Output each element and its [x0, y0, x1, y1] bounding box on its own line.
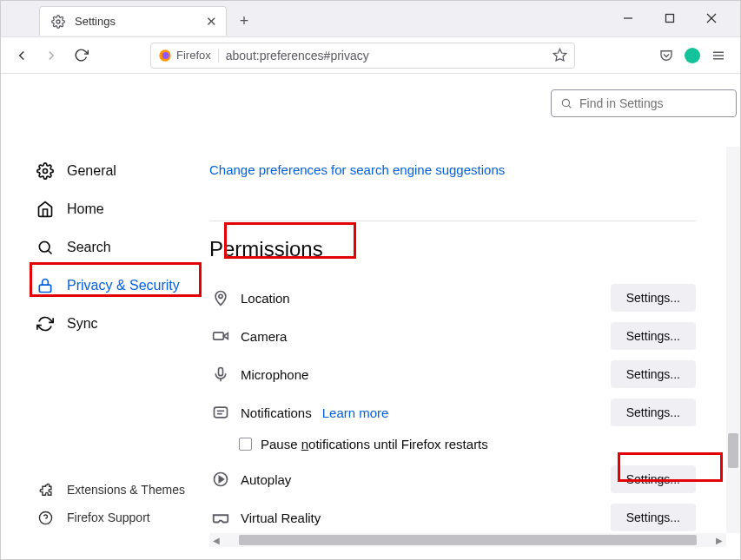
sidebar: General Home Search Privacy & Security S… — [1, 74, 209, 547]
location-icon — [209, 289, 232, 306]
checkbox-icon[interactable] — [239, 438, 252, 451]
sidebar-item-sync[interactable]: Sync — [36, 305, 209, 343]
permission-label: Camera — [241, 329, 287, 344]
sidebar-item-label: General — [67, 163, 116, 179]
extensions-themes-link[interactable]: Extensions & Themes — [36, 476, 185, 504]
forward-button[interactable] — [39, 43, 63, 68]
vertical-scrollbar[interactable] — [726, 147, 740, 533]
permission-label: Location — [241, 291, 290, 306]
sidebar-item-home[interactable]: Home — [36, 190, 209, 228]
pause-notifications-label: Pause notifications until Firefox restar… — [261, 437, 488, 451]
svg-point-6 — [162, 52, 169, 59]
search-icon — [36, 238, 55, 257]
notifications-icon — [209, 404, 232, 421]
scroll-left-arrow[interactable]: ◀ — [209, 533, 223, 547]
gear-icon — [49, 12, 68, 31]
search-icon — [560, 97, 572, 109]
toolbar-right — [658, 48, 731, 63]
svg-marker-28 — [219, 477, 223, 483]
permission-label: Notifications — [241, 405, 312, 420]
camera-icon — [209, 327, 232, 345]
svg-rect-2 — [666, 15, 674, 23]
sidebar-footer: Extensions & Themes Firefox Support — [36, 476, 185, 531]
sidebar-item-label: Sync — [67, 316, 98, 332]
notifications-settings-button[interactable]: Settings... — [611, 399, 696, 426]
section-divider — [209, 221, 696, 221]
svg-rect-22 — [219, 368, 223, 376]
identity-label: Firefox — [176, 49, 211, 62]
bookmark-star-icon[interactable] — [552, 48, 567, 63]
permission-row-autoplay: Autoplay Settings... — [209, 460, 696, 498]
svg-rect-24 — [215, 407, 228, 418]
scrollbar-thumb[interactable] — [239, 535, 697, 545]
svg-rect-20 — [214, 333, 224, 339]
url-bar[interactable]: Firefox about:preferences#privacy — [150, 43, 575, 69]
camera-settings-button[interactable]: Settings... — [611, 322, 696, 350]
sidebar-item-privacy-security[interactable]: Privacy & Security — [36, 267, 209, 305]
close-window-button[interactable] — [698, 10, 724, 27]
minimize-button[interactable] — [615, 10, 641, 27]
svg-marker-7 — [553, 49, 566, 60]
sidebar-item-label: Privacy & Security — [67, 278, 180, 293]
permission-label: Virtual Reality — [241, 511, 321, 525]
horizontal-scrollbar[interactable]: ◀ ▶ — [209, 533, 726, 547]
identity-box[interactable]: Firefox — [158, 49, 219, 63]
gear-icon — [36, 161, 55, 181]
microphone-icon — [209, 366, 232, 383]
url-text: about:preferences#privacy — [226, 49, 546, 63]
sidebar-item-label: Search — [67, 240, 111, 255]
titlebar: Settings ✕ + — [1, 1, 740, 37]
app-menu-button[interactable] — [711, 48, 726, 63]
svg-point-17 — [562, 99, 569, 106]
maximize-button[interactable] — [657, 10, 683, 27]
navigation-toolbar: Firefox about:preferences#privacy — [1, 37, 740, 74]
permission-row-virtual-reality: Virtual Reality Settings... — [209, 498, 696, 537]
svg-point-0 — [56, 20, 60, 23]
svg-point-19 — [219, 294, 222, 298]
permission-row-location: Location Settings... — [209, 279, 696, 317]
grammarly-icon[interactable] — [685, 48, 700, 63]
autoplay-settings-button[interactable]: Settings... — [611, 465, 696, 493]
reload-button[interactable] — [69, 43, 93, 68]
permissions-heading: Permissions — [209, 237, 726, 261]
change-search-suggestions-link[interactable]: Change preferences for search engine sug… — [209, 162, 726, 177]
vr-settings-button[interactable]: Settings... — [611, 504, 696, 531]
svg-line-18 — [569, 106, 572, 109]
main-panel: Find in Settings Change preferences for … — [209, 74, 740, 547]
learn-more-link[interactable]: Learn more — [322, 405, 389, 420]
firefox-icon — [158, 49, 172, 63]
new-tab-button[interactable]: + — [232, 9, 256, 33]
vr-icon — [209, 508, 232, 527]
pause-notifications-checkbox-row[interactable]: Pause notifications until Firefox restar… — [239, 437, 726, 451]
sidebar-item-search[interactable]: Search — [36, 228, 209, 267]
puzzle-icon — [36, 480, 55, 499]
svg-line-13 — [49, 251, 52, 254]
scrollbar-thumb[interactable] — [728, 433, 738, 468]
footer-label: Extensions & Themes — [67, 483, 185, 497]
search-placeholder: Find in Settings — [579, 96, 664, 110]
find-in-settings-input[interactable]: Find in Settings — [551, 89, 737, 117]
autoplay-icon — [209, 471, 232, 488]
permission-row-camera: Camera Settings... — [209, 317, 696, 355]
firefox-support-link[interactable]: Firefox Support — [36, 504, 185, 531]
content-area: General Home Search Privacy & Security S… — [1, 74, 740, 547]
lock-icon — [36, 276, 55, 295]
svg-point-12 — [39, 241, 50, 252]
permission-label: Autoplay — [241, 472, 291, 487]
close-icon[interactable]: ✕ — [206, 14, 217, 30]
microphone-settings-button[interactable]: Settings... — [611, 360, 696, 388]
permission-row-notifications: Notifications Learn more Settings... — [209, 393, 696, 432]
footer-label: Firefox Support — [67, 511, 150, 524]
scroll-right-arrow[interactable]: ▶ — [712, 533, 726, 547]
svg-point-11 — [43, 169, 48, 174]
permission-label: Microphone — [241, 367, 308, 382]
permission-row-microphone: Microphone Settings... — [209, 355, 696, 393]
svg-rect-14 — [39, 285, 50, 292]
browser-tab[interactable]: Settings ✕ — [39, 6, 227, 36]
sidebar-item-general[interactable]: General — [36, 152, 209, 190]
home-icon — [36, 200, 55, 219]
pocket-icon[interactable] — [658, 48, 674, 63]
back-button[interactable] — [10, 43, 34, 68]
location-settings-button[interactable]: Settings... — [611, 284, 696, 312]
sidebar-item-label: Home — [67, 201, 104, 217]
